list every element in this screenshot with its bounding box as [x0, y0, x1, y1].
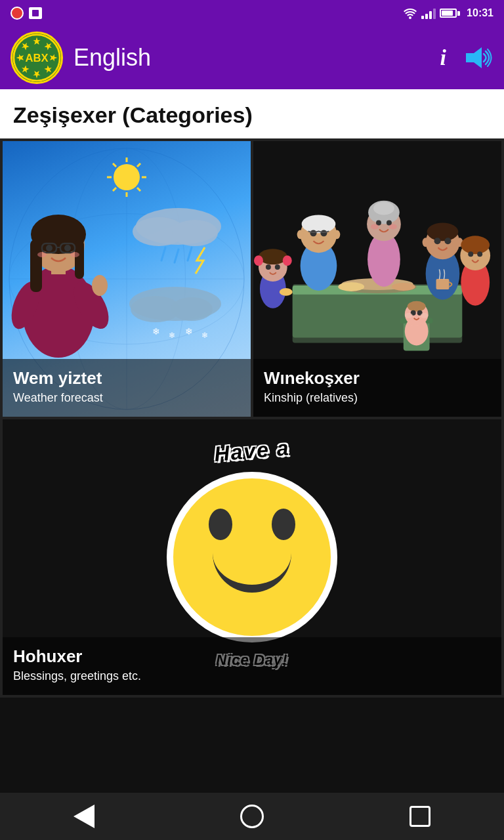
weather-title: Wem yiztet — [13, 368, 240, 388]
blessings-card-label: Hohuxer Blessings, greetings etc. — [3, 637, 501, 695]
svg-point-82 — [275, 264, 280, 270]
svg-point-104 — [421, 313, 429, 318]
page-title-bar: Zeşişexer (Categories) — [0, 89, 504, 138]
svg-point-75 — [389, 224, 397, 229]
svg-line-30 — [188, 247, 192, 261]
app-header: ABX English i — [0, 26, 504, 89]
battery-icon — [440, 9, 460, 18]
svg-point-87 — [434, 238, 441, 244]
have-a-text: Have a — [146, 430, 358, 472]
svg-rect-105 — [436, 279, 450, 289]
svg-text:❄: ❄ — [152, 326, 160, 337]
header-title: English — [74, 44, 430, 72]
status-bar-left — [10, 7, 42, 20]
svg-point-74 — [371, 224, 379, 229]
svg-point-71 — [373, 202, 394, 215]
svg-point-94 — [468, 251, 473, 257]
weather-presenter — [3, 161, 121, 371]
category-card-kinship[interactable]: Wınekoşxer Kinship (relatives) — [253, 141, 501, 417]
info-button[interactable]: i — [440, 45, 446, 70]
recents-icon — [410, 806, 430, 827]
app-logo[interactable]: ABX — [10, 32, 63, 84]
svg-rect-45 — [30, 240, 42, 292]
svg-point-67 — [333, 230, 340, 239]
svg-point-86 — [427, 222, 459, 241]
home-icon — [240, 805, 264, 828]
nav-bar — [0, 793, 504, 840]
svg-text:ABX: ABX — [25, 52, 48, 64]
svg-line-29 — [175, 249, 178, 262]
right-eye — [272, 509, 295, 540]
svg-point-95 — [477, 251, 482, 257]
svg-point-51 — [64, 245, 71, 251]
svg-point-65 — [320, 230, 327, 236]
svg-point-60 — [392, 283, 415, 291]
status-time: 10:31 — [467, 7, 494, 19]
svg-point-103 — [405, 313, 413, 318]
svg-point-89 — [423, 238, 429, 247]
home-button[interactable] — [232, 797, 272, 836]
kinship-subtitle: Kinship (relatives) — [264, 390, 491, 406]
svg-point-63 — [302, 215, 336, 234]
signal-icon — [421, 7, 436, 19]
svg-point-59 — [338, 282, 364, 291]
svg-point-66 — [297, 230, 304, 239]
back-button[interactable] — [64, 797, 104, 836]
smiley-mouth — [213, 553, 291, 593]
left-eye — [209, 509, 232, 540]
svg-point-79 — [254, 255, 263, 266]
category-card-weather[interactable]: ❄ ❄ ❄ ❄ — [3, 141, 251, 417]
wifi-icon — [403, 7, 417, 19]
blessings-subtitle: Blessings, greetings etc. — [13, 668, 491, 684]
record-icon — [10, 7, 24, 20]
status-bar-right: 10:31 — [403, 7, 494, 19]
volume-button[interactable] — [462, 45, 494, 71]
back-icon — [74, 805, 94, 828]
categories-grid: ❄ ❄ ❄ ❄ — [0, 138, 504, 698]
svg-point-52 — [37, 252, 47, 257]
svg-rect-46 — [75, 240, 84, 279]
svg-point-33 — [171, 297, 213, 321]
svg-point-64 — [310, 230, 317, 236]
svg-point-80 — [283, 255, 292, 266]
svg-point-50 — [46, 245, 52, 251]
kinship-title: Wınekoşxer — [264, 368, 491, 388]
page-title: Zeşişexer (Categories) — [13, 102, 491, 128]
svg-point-93 — [461, 236, 490, 254]
svg-text:❄: ❄ — [185, 326, 193, 337]
svg-point-81 — [266, 264, 271, 270]
svg-point-88 — [444, 238, 451, 244]
svg-text:❄: ❄ — [201, 331, 208, 340]
svg-point-100 — [408, 301, 426, 312]
weather-subtitle: Weather forecast — [13, 390, 240, 406]
svg-point-83 — [280, 288, 293, 296]
svg-text:❄: ❄ — [169, 331, 175, 340]
recents-button[interactable] — [400, 797, 440, 836]
smiley-face — [167, 472, 337, 642]
svg-line-28 — [161, 247, 165, 261]
smiley-eyes — [209, 509, 295, 540]
category-card-blessings[interactable]: Have a Nice Day! — [3, 419, 501, 695]
svg-marker-10 — [466, 47, 482, 68]
status-bar: 10:31 — [0, 0, 504, 26]
kinship-card-label: Wınekoşxer Kinship (relatives) — [253, 359, 501, 417]
svg-point-53 — [70, 252, 79, 257]
weather-card-label: Wem yiztet Weather forecast — [3, 359, 251, 417]
header-icons: i — [440, 45, 494, 71]
blessings-title: Hohuxer — [13, 646, 491, 667]
svg-point-41 — [92, 275, 108, 296]
svg-point-27 — [172, 220, 218, 246]
